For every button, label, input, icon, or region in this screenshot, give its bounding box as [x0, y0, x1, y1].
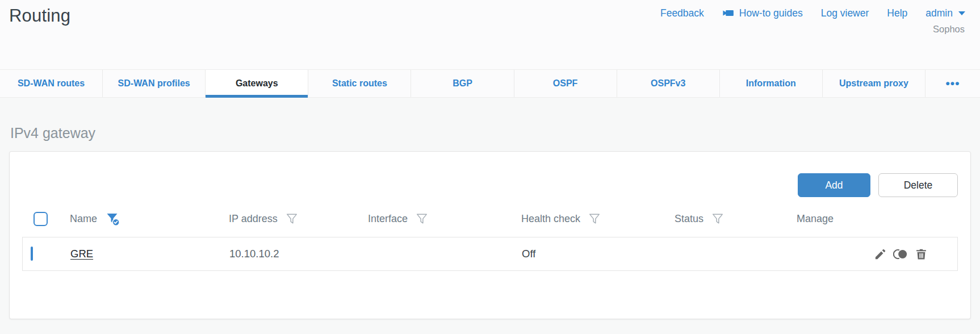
row-checkbox[interactable] [31, 247, 33, 261]
add-button[interactable]: Add [798, 173, 870, 197]
ipv4-gateway-card: Add Delete Name IP address [9, 151, 971, 319]
tab-static-routes[interactable]: Static routes [308, 70, 411, 97]
gateway-name-cell: GRE [62, 248, 221, 260]
tab-sdwan-profiles[interactable]: SD-WAN profiles [103, 70, 206, 97]
select-all-cell [22, 212, 62, 226]
column-header-interface: Interface [360, 212, 513, 226]
column-label-interface: Interface [368, 213, 408, 225]
feedback-link[interactable]: Feedback [660, 7, 704, 19]
tab-sdwan-routes[interactable]: SD-WAN routes [0, 70, 103, 97]
column-label-manage: Manage [797, 213, 834, 225]
section-title: IPv4 gateway [9, 125, 971, 141]
row-select-cell [23, 248, 62, 260]
log-viewer-label: Log viewer [821, 7, 869, 19]
column-label-health-check: Health check [521, 213, 580, 225]
column-header-status: Status [667, 212, 789, 226]
tab-upstream-proxy[interactable]: Upstream proxy [823, 70, 925, 97]
column-header-manage: Manage [789, 213, 958, 225]
chevron-down-icon [958, 11, 965, 15]
tab-ospfv3[interactable]: OSPFv3 [617, 70, 720, 97]
filter-active-icon[interactable] [104, 211, 120, 227]
clone-icon[interactable] [893, 248, 908, 261]
table-actions: Add Delete [22, 173, 958, 197]
gateway-ip-cell: 10.10.10.2 [221, 248, 361, 260]
tab-ospf[interactable]: OSPF [514, 70, 617, 97]
feedback-label: Feedback [660, 7, 704, 19]
tab-bgp[interactable]: BGP [411, 70, 514, 97]
tab-overflow-menu[interactable]: ••• [925, 70, 980, 97]
delete-button[interactable]: Delete [878, 173, 958, 197]
gateway-health-cell: Off [514, 248, 667, 260]
user-menu[interactable]: admin [925, 7, 965, 19]
video-camera-icon [722, 7, 735, 19]
table-header-row: Name IP address Interface [22, 201, 958, 237]
column-header-name: Name [62, 211, 221, 227]
edit-pencil-icon[interactable] [874, 248, 887, 261]
tab-gateways[interactable]: Gateways [206, 70, 308, 97]
user-menu-label: admin [925, 7, 953, 19]
gateway-manage-cell [789, 248, 957, 261]
table-row: GRE 10.10.10.2 Off [22, 237, 958, 271]
top-utility-nav: Feedback How-to guides Log viewer Help a… [660, 7, 965, 19]
tab-information[interactable]: Information [720, 70, 823, 97]
column-label-status: Status [675, 213, 703, 225]
brand-label: Sophos [933, 24, 965, 35]
filter-icon[interactable] [711, 212, 724, 226]
page-header: Routing Feedback How-to guides Log viewe… [0, 0, 980, 69]
gateway-name-link[interactable]: GRE [70, 248, 93, 260]
log-viewer-link[interactable]: Log viewer [821, 7, 869, 19]
column-label-name: Name [70, 213, 97, 225]
filter-icon[interactable] [588, 212, 601, 226]
howto-guides-link[interactable]: How-to guides [722, 7, 803, 19]
filter-icon[interactable] [415, 212, 429, 226]
gateway-status-cell [667, 248, 789, 260]
main-content: IPv4 gateway Add Delete Name [0, 125, 980, 319]
column-header-ip: IP address [221, 212, 360, 226]
column-header-health-check: Health check [513, 212, 667, 226]
routing-tab-bar: SD-WAN routes SD-WAN profiles Gateways S… [0, 69, 980, 98]
filter-icon[interactable] [285, 212, 299, 226]
column-label-ip: IP address [229, 213, 278, 225]
howto-guides-label: How-to guides [739, 7, 803, 19]
select-all-checkbox[interactable] [33, 212, 48, 226]
help-link[interactable]: Help [887, 7, 907, 19]
help-label: Help [887, 7, 907, 19]
trash-icon[interactable] [915, 248, 928, 261]
